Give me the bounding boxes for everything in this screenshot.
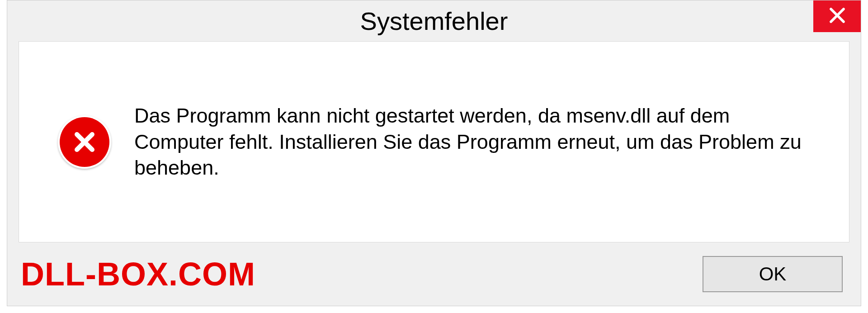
- error-message: Das Programm kann nicht gestartet werden…: [134, 103, 813, 181]
- error-icon: [60, 117, 109, 167]
- dialog-footer: DLL-BOX.COM OK: [7, 242, 861, 306]
- content-panel: Das Programm kann nicht gestartet werden…: [19, 41, 849, 242]
- close-icon: [828, 6, 847, 27]
- error-dialog: Systemfehler Das Programm kann nicht ges…: [7, 0, 861, 306]
- close-button[interactable]: [813, 0, 861, 32]
- ok-button[interactable]: OK: [703, 256, 843, 292]
- titlebar: Systemfehler: [7, 0, 861, 41]
- watermark-text: DLL-BOX.COM: [21, 256, 255, 293]
- dialog-title: Systemfehler: [360, 6, 508, 36]
